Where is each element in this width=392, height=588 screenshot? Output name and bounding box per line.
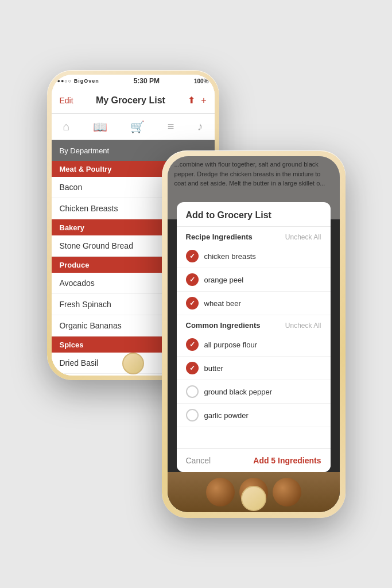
item-chicken-text: chicken breasts	[204, 252, 256, 261]
item-wheat-text: wheat beer	[204, 299, 241, 308]
check-butter[interactable]	[186, 362, 199, 374]
food-circle-3	[273, 478, 301, 506]
modal-title: Add to Grocery List	[177, 202, 331, 227]
check-orange[interactable]	[186, 273, 199, 286]
item-pepper-text: ground black pepper	[204, 388, 273, 396]
page-title: My Grocery List	[96, 95, 165, 106]
common-section-header: Common Ingredients Uncheck All	[177, 315, 331, 333]
common-uncheck-all[interactable]: Uncheck All	[285, 322, 321, 330]
common-item-garlic[interactable]: garlic powder	[177, 404, 331, 427]
carrier-text: ●●○○ BigOven	[57, 78, 99, 84]
tab-home[interactable]: ⌂	[63, 120, 70, 133]
recipe-item-orange[interactable]: orange peel	[177, 268, 331, 292]
food-circle-1	[206, 478, 235, 506]
edit-button[interactable]: Edit	[60, 96, 73, 105]
phone2-home-button[interactable]	[241, 486, 266, 511]
recipe-section-label: Recipe Ingredients	[186, 233, 253, 241]
nav-bar: Edit My Grocery List ⬆ +	[52, 87, 215, 114]
add-icon[interactable]: +	[201, 95, 206, 106]
check-wheat[interactable]	[186, 297, 199, 310]
category-spices-label: Spices	[60, 341, 84, 349]
add-ingredients-button[interactable]: Add 5 Ingredients	[253, 456, 321, 465]
nav-actions: ⬆ +	[188, 95, 206, 106]
phone2-frame: ...combine with flour together, salt and…	[162, 150, 346, 518]
cancel-button[interactable]: Cancel	[186, 456, 211, 465]
item-garlic-text: garlic powder	[204, 411, 249, 420]
category-produce-label: Produce	[60, 261, 90, 269]
tab-cart[interactable]: 🛒	[130, 120, 145, 134]
common-item-pepper[interactable]: ground black pepper	[177, 380, 331, 404]
share-icon[interactable]: ⬆	[188, 95, 195, 106]
recipe-item-wheat[interactable]: wheat beer	[177, 292, 331, 315]
recipe-item-chicken[interactable]: chicken breasts	[177, 245, 331, 268]
common-item-butter[interactable]: butter	[177, 357, 331, 380]
item-butter-text: butter	[204, 364, 223, 373]
tab-bar: ⌂ 📖 🛒 ≡ ♪	[52, 114, 215, 140]
modal-footer: Cancel Add 5 Ingredients	[177, 448, 331, 472]
item-orange-text: orange peel	[204, 276, 244, 284]
category-bakery-label: Bakery	[60, 223, 84, 232]
common-section-label: Common Ingredients	[186, 321, 261, 330]
battery-text: 100%	[194, 78, 209, 84]
phone2-screen-container: ...combine with flour together, salt and…	[168, 156, 340, 512]
scene: ●●○○ BigOven 5:30 PM 100% Edit My Grocer…	[30, 36, 363, 552]
time-text: 5:30 PM	[134, 77, 160, 85]
tab-menu[interactable]: ≡	[168, 120, 174, 133]
filter-label: By Department	[60, 146, 110, 155]
status-bar: ●●○○ BigOven 5:30 PM 100%	[52, 75, 215, 87]
check-chicken[interactable]	[186, 250, 199, 262]
check-garlic[interactable]	[186, 409, 199, 421]
tab-music[interactable]: ♪	[197, 120, 203, 133]
recipe-section-header: Recipe Ingredients Uncheck All	[177, 227, 331, 245]
category-meat-poultry-label: Meat & Poultry	[60, 165, 112, 173]
modal: Add to Grocery List Recipe Ingredients U…	[177, 202, 331, 472]
check-flour[interactable]	[186, 338, 199, 351]
tab-book[interactable]: 📖	[93, 120, 107, 134]
common-item-flour[interactable]: all purpose flour	[177, 333, 331, 357]
item-flour-text: all purpose flour	[204, 341, 258, 349]
recipe-uncheck-all[interactable]: Uncheck All	[285, 233, 321, 241]
check-pepper[interactable]	[186, 385, 199, 398]
screen2: ...combine with flour together, salt and…	[168, 156, 340, 512]
phone1-home-button[interactable]	[122, 353, 144, 374]
